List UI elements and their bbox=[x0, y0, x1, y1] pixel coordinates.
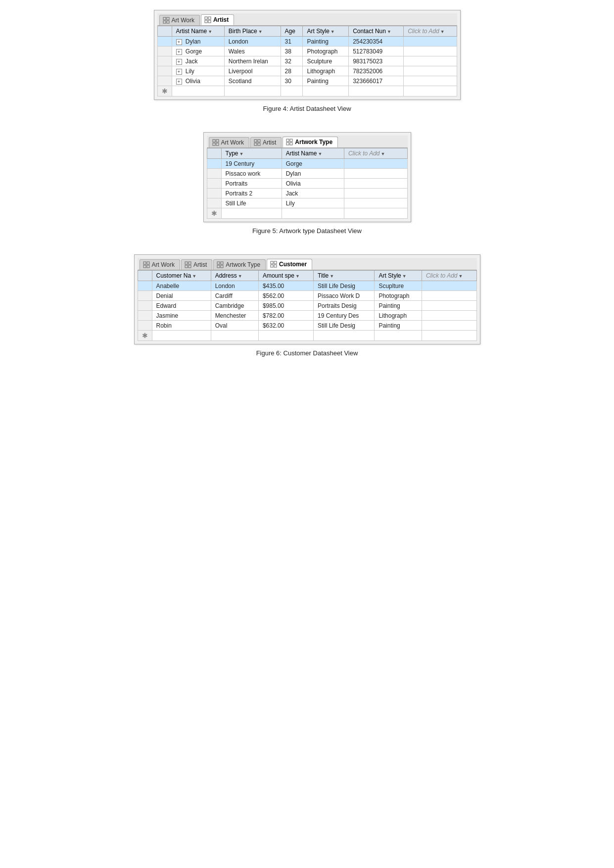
table-row[interactable]: Jasmine Menchester $782.00 19 Century De… bbox=[138, 311, 476, 321]
cell-artstyle: Photograph bbox=[303, 47, 349, 56]
tab-artwork-label: Art Work bbox=[221, 139, 244, 146]
expand-button[interactable]: + bbox=[176, 59, 182, 65]
col-artist-name-header[interactable]: Artist Name▼ bbox=[282, 148, 344, 159]
table-row[interactable]: Edward Cambridge $985.00 Portraits Desig… bbox=[138, 301, 476, 311]
col-type-header[interactable]: Type▼ bbox=[221, 148, 282, 159]
tab-artwork[interactable]: Art Work bbox=[209, 137, 249, 147]
cell-name[interactable]: + Gorge bbox=[172, 47, 224, 56]
cell-clickadd bbox=[404, 47, 457, 56]
new-row-indicator: ✱ bbox=[207, 208, 221, 219]
col-contact-header[interactable]: Contact Nun▼ bbox=[349, 26, 404, 37]
cell-type[interactable]: 19 Century bbox=[221, 159, 282, 169]
tab-customer-label: Customer bbox=[279, 261, 307, 268]
col-title-header[interactable]: Title▼ bbox=[314, 271, 375, 281]
table-row[interactable]: Portraits Olivia bbox=[207, 179, 407, 189]
cell-clickadd bbox=[344, 189, 407, 198]
table-row[interactable]: + Lily Liverpool 28 Lithograph 782352006 bbox=[157, 66, 457, 76]
cell-clickadd bbox=[422, 291, 476, 301]
tab-artist[interactable]: Artist bbox=[250, 137, 282, 147]
cell-name: Jasmine bbox=[152, 311, 211, 321]
grid-icon bbox=[212, 139, 219, 146]
grid-icon bbox=[163, 17, 170, 24]
tab-artwork-type[interactable]: Artwork Type bbox=[213, 259, 266, 270]
expand-button[interactable]: + bbox=[176, 39, 182, 45]
expand-button[interactable]: + bbox=[176, 69, 182, 75]
col-selector-header bbox=[157, 26, 172, 37]
cell-birthplace: Liverpool bbox=[224, 66, 281, 76]
tab-artwork[interactable]: Art Work bbox=[140, 259, 180, 270]
table-row[interactable]: Anabelle London $435.00 Still Life Desig… bbox=[138, 281, 476, 291]
cell-type: Portraits 2 bbox=[221, 189, 282, 198]
col-click-add-header[interactable]: Click to Add▼ bbox=[344, 148, 407, 159]
row-selector bbox=[207, 169, 221, 179]
grid-icon bbox=[143, 261, 150, 268]
tab-artist[interactable]: Artist bbox=[181, 259, 212, 270]
col-art-style-header[interactable]: Art Style▼ bbox=[303, 26, 349, 37]
cell-name: Edward bbox=[152, 301, 211, 311]
col-birth-place-header[interactable]: Birth Place▼ bbox=[224, 26, 281, 37]
expand-button[interactable]: + bbox=[176, 49, 182, 55]
table-row[interactable]: Still Life Lily bbox=[207, 198, 407, 208]
col-artist-name-header[interactable]: Artist Name▼ bbox=[172, 26, 224, 37]
figure4-tabbar: Art Work Artist bbox=[157, 13, 457, 26]
cell-title: Pissaco Work D bbox=[314, 291, 375, 301]
cell-name[interactable]: Anabelle bbox=[152, 281, 211, 291]
new-row-indicator: ✱ bbox=[157, 86, 172, 96]
grid-icon bbox=[270, 261, 277, 268]
new-row-cell[interactable] bbox=[221, 208, 282, 219]
figure4-caption: Figure 4: Artist Datasheet View bbox=[263, 105, 351, 112]
tab-artwork-type[interactable]: Artwork Type bbox=[283, 137, 338, 147]
new-row-cell[interactable] bbox=[172, 86, 224, 96]
cell-name[interactable]: + Dylan bbox=[172, 37, 224, 47]
new-row-cell[interactable] bbox=[152, 331, 211, 341]
row-selector bbox=[207, 159, 221, 169]
col-click-add-header[interactable]: Click to Add▼ bbox=[422, 271, 476, 281]
new-row[interactable]: ✱ bbox=[157, 86, 457, 96]
tab-artwork-label: Art Work bbox=[172, 17, 194, 24]
cell-name[interactable]: + Jack bbox=[172, 56, 224, 66]
expand-button[interactable]: + bbox=[176, 79, 182, 85]
new-row[interactable]: ✱ bbox=[207, 208, 407, 219]
col-click-add-header[interactable]: Click to Add▼ bbox=[404, 26, 457, 37]
cell-age: 30 bbox=[281, 76, 303, 86]
col-customer-name-header[interactable]: Customer Na▼ bbox=[152, 271, 211, 281]
col-amount-header[interactable]: Amount spe▼ bbox=[258, 271, 313, 281]
figure6-caption: Figure 6: Customer Datasheet View bbox=[256, 349, 358, 357]
col-arrow: ▼ bbox=[258, 29, 263, 34]
row-selector bbox=[157, 37, 172, 47]
cell-artstyle: Painting bbox=[375, 321, 422, 331]
figure5-section: Art Work Artist Artwork Type Type▼ bbox=[0, 132, 614, 235]
col-arrow: ▼ bbox=[208, 29, 212, 34]
cell-address: London bbox=[211, 281, 258, 291]
col-arrow: ▼ bbox=[330, 274, 334, 279]
table-row[interactable]: Denial Cardiff $562.00 Pissaco Work D Ph… bbox=[138, 291, 476, 301]
table-row[interactable]: Pissaco work Dylan bbox=[207, 169, 407, 179]
table-row[interactable]: 19 Century Gorge bbox=[207, 159, 407, 169]
tab-customer[interactable]: Customer bbox=[267, 259, 312, 270]
tab-artwork[interactable]: Art Work bbox=[159, 15, 200, 25]
cell-age: 32 bbox=[281, 56, 303, 66]
cell-title: Still Life Desig bbox=[314, 281, 375, 291]
figure6-table: Customer Na▼ Address▼ Amount spe▼ Title▼… bbox=[138, 270, 477, 341]
col-age-header[interactable]: Age bbox=[281, 26, 303, 37]
table-row[interactable]: Portraits 2 Jack bbox=[207, 189, 407, 198]
cell-name[interactable]: + Olivia bbox=[172, 76, 224, 86]
table-row[interactable]: + Jack Northern Irelan 32 Sculpture 9831… bbox=[157, 56, 457, 66]
cell-clickadd bbox=[344, 198, 407, 208]
col-arrow: ▼ bbox=[192, 274, 196, 279]
table-row[interactable]: + Dylan London 31 Painting 254230354 bbox=[157, 37, 457, 47]
new-row[interactable]: ✱ bbox=[138, 331, 476, 341]
tab-artist[interactable]: Artist bbox=[201, 14, 234, 25]
col-address-header[interactable]: Address▼ bbox=[211, 271, 258, 281]
cell-name[interactable]: + Lily bbox=[172, 66, 224, 76]
cell-name: Robin bbox=[152, 321, 211, 331]
table-row[interactable]: Robin Oval $632.00 Still Life Desig Pain… bbox=[138, 321, 476, 331]
table-row[interactable]: + Gorge Wales 38 Photograph 512783049 bbox=[157, 47, 457, 56]
row-selector bbox=[207, 189, 221, 198]
cell-contact: 254230354 bbox=[349, 37, 404, 47]
table-row[interactable]: + Olivia Scotland 30 Painting 323666017 bbox=[157, 76, 457, 86]
col-art-style-header[interactable]: Art Style▼ bbox=[375, 271, 422, 281]
col-arrow: ▼ bbox=[238, 274, 242, 279]
figure6-tabbar: Art Work Artist Artwork Type Customer bbox=[138, 258, 477, 270]
new-row-indicator: ✱ bbox=[138, 331, 152, 341]
